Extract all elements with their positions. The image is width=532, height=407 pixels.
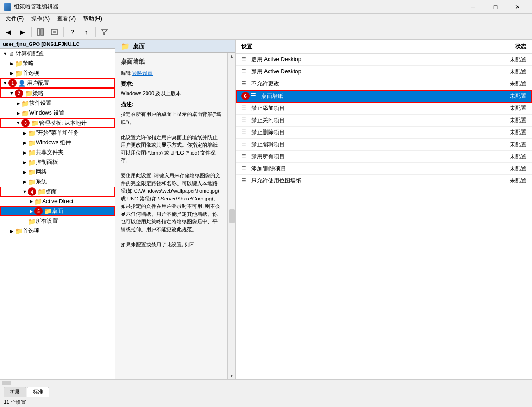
badge-5: 5 [34,207,43,215]
table-row[interactable]: ☰ 禁止添加项目 未配置 [236,103,532,115]
tree-header: user_fjnu_GPO [DNS1.FJNU.LC [0,40,115,49]
minimize-button[interactable]: ─ [462,0,484,14]
row-label-0: 启用 Active Desktop [251,56,489,64]
table-row[interactable]: ☰ 禁止编辑项目 未配置 [236,139,532,151]
toggle-system[interactable]: ▶ [21,180,28,184]
filter-button[interactable] [98,26,111,38]
toggle-software[interactable]: ▶ [15,101,21,106]
col-setting-header: 设置 [241,43,489,51]
badge-3: 3 [21,119,30,127]
row-label-6: 禁止删除项目 [251,129,489,136]
menu-bar: 文件(F) 操作(A) 查看(V) 帮助(H) [0,14,532,24]
app-icon [4,3,11,11]
toggle-desktop-folder[interactable]: ▼ [21,189,28,194]
tree-node-active-direct[interactable]: ▶ 📁 Active Direct [0,197,115,206]
menu-action[interactable]: 操作(A) [27,14,53,24]
tree-node-user-config[interactable]: ▼ 1 👤 用户配置 [0,78,115,88]
tree-node-control-panel[interactable]: ▶ 📁 控制面板 [0,157,115,167]
menu-help[interactable]: 帮助(H) [79,14,106,24]
toggle-policy-1[interactable]: ▶ [8,61,15,66]
tree-node-admin-templates[interactable]: ▼ 3 📁 管理模板: 从本地计 [0,118,115,128]
back-button[interactable]: ◀ [2,26,15,38]
forward-button[interactable]: ▶ [16,26,29,38]
tree-node-start-menu[interactable]: ▶ 📁 "开始"菜单和任务 [0,128,115,138]
table-row-selected[interactable]: 6 ☰ 桌面墙纸 未配置 [236,90,532,103]
scroll-down-arrow[interactable]: ▼ [230,374,234,378]
toolbar-separator-3 [95,27,96,37]
maximize-button[interactable]: □ [485,0,506,14]
toggle-start-menu[interactable]: ▶ [21,131,28,136]
folder-icon-software: 📁 [21,100,29,107]
tree-node-policy-1[interactable]: ▶ 📁 策略 [0,58,115,68]
properties-button[interactable] [48,26,61,38]
toggle-windows-comp[interactable]: ▶ [21,141,28,145]
tree-node-computer-config[interactable]: ▼ 🖥 计算机配置 [0,49,115,58]
tree-node-prefs-1[interactable]: ▶ 📁 首选项 [0,68,115,78]
tree-node-prefs-2[interactable]: ▶ 📁 首选项 [0,226,115,236]
table-row[interactable]: ☰ 不允许更改 未配置 [236,78,532,90]
close-button[interactable]: ✕ [507,0,528,14]
toggle-shared-folders[interactable]: ▶ [21,150,28,155]
tree-label-start-menu: "开始"菜单和任务 [36,129,79,137]
toggle-windows-settings[interactable]: ▶ [15,111,21,116]
tree-label-all-settings: 所有设置 [36,217,58,225]
table-row[interactable]: ☰ 禁止关闭项目 未配置 [236,115,532,127]
tree-node-network[interactable]: ▶ 📁 网络 [0,167,115,177]
edit-policy-link[interactable]: 策略设置 [132,70,153,76]
desc-text: 指定在所有用户的桌面上显示的桌面背景("墙纸")。此设置允许你指定用户桌面上的墙… [121,110,222,248]
toggle-control-panel[interactable]: ▶ [21,160,28,165]
tree-node-windows-comp[interactable]: ▶ 📁 Windows 组件 [0,138,115,148]
tree-node-desktop-sub[interactable]: ▶ 5 📁 桌面 [0,206,115,216]
toggle-prefs-1[interactable]: ▶ [8,71,15,76]
toggle-user-config[interactable]: ▼ [2,81,8,85]
tree-node-all-settings[interactable]: 📁 所有设置 [0,216,115,226]
toggle-network[interactable]: ▶ [21,170,28,174]
bottom-tabs: 扩展 标准 [0,386,532,397]
table-row[interactable]: ☰ 禁止删除项目 未配置 [236,127,532,139]
scroll-up-arrow[interactable]: ▲ [230,54,234,58]
row-label-10: 只允许使用位图墙纸 [251,177,489,185]
svg-marker-5 [102,30,107,35]
tree-node-software[interactable]: ▶ 📁 软件设置 [0,98,115,108]
toolbar: ◀ ▶ ? ↑ [0,24,532,40]
desc-label: 描述: [121,101,222,109]
tree-scroll-area[interactable]: ▼ 🖥 计算机配置 ▶ 📁 策略 ▶ 📁 首选项 [0,49,115,379]
tree-label-network: 网络 [36,168,47,176]
toggle-desktop-sub[interactable]: ▶ [28,209,34,213]
scrollbar-thumb[interactable] [2,381,11,385]
folder-icon-system: 📁 [28,178,36,186]
badge-1: 1 [8,79,17,87]
table-row[interactable]: ☰ 启用 Active Desktop 未配置 [236,54,532,66]
toggle-admin-templates[interactable]: ▼ [15,121,21,125]
tree-node-system[interactable]: ▶ 📁 系统 [0,177,115,187]
row-status-8: 未配置 [489,153,526,161]
tree-node-shared-folders[interactable]: ▶ 📁 共享文件夹 [0,148,115,157]
toggle-prefs-2[interactable]: ▶ [8,229,15,233]
show-hide-button[interactable] [34,26,47,38]
help-button[interactable]: ? [66,26,79,38]
menu-file[interactable]: 文件(F) [2,14,27,24]
tree-node-windows-settings[interactable]: ▶ 📁 Windows 设置 [0,108,115,118]
tree-node-desktop-folder[interactable]: ▼ 4 📁 桌面 [0,187,115,197]
table-row[interactable]: ☰ 禁用 Active Desktop 未配置 [236,66,532,78]
horizontal-scrollbar[interactable] [0,379,532,386]
middle-scrollbar[interactable]: ▲ ▼ [228,53,235,379]
table-row[interactable]: ☰ 只允许使用位图墙纸 未配置 [236,175,532,187]
tree-label-desktop-folder: 桌面 [45,188,57,196]
setting-icon-1: ☰ [241,68,249,76]
table-row[interactable]: ☰ 添加/删除项目 未配置 [236,163,532,175]
row-status-0: 未配置 [489,56,526,64]
menu-view[interactable]: 查看(V) [53,14,79,24]
tab-standard[interactable]: 标准 [27,387,49,397]
toggle-active-direct[interactable]: ▶ [28,199,34,204]
middle-panel: 桌面墙纸 编辑 策略设置 要求: Windows 2000 及以上版本 描述: … [115,53,228,379]
toggle-policy-2[interactable]: ▼ [8,91,15,96]
folder-header-icon: 📁 [121,42,130,51]
tab-extended[interactable]: 扩展 [4,387,26,397]
tree-label-desktop-sub: 桌面 [52,207,63,215]
scroll-thumb[interactable] [229,209,235,223]
tree-node-policy-2[interactable]: ▼ 2 📁 策略 [0,88,115,98]
toggle-computer-config[interactable]: ▼ [2,52,8,56]
table-row[interactable]: ☰ 禁用所有项目 未配置 [236,151,532,163]
up-button[interactable]: ↑ [80,26,93,38]
